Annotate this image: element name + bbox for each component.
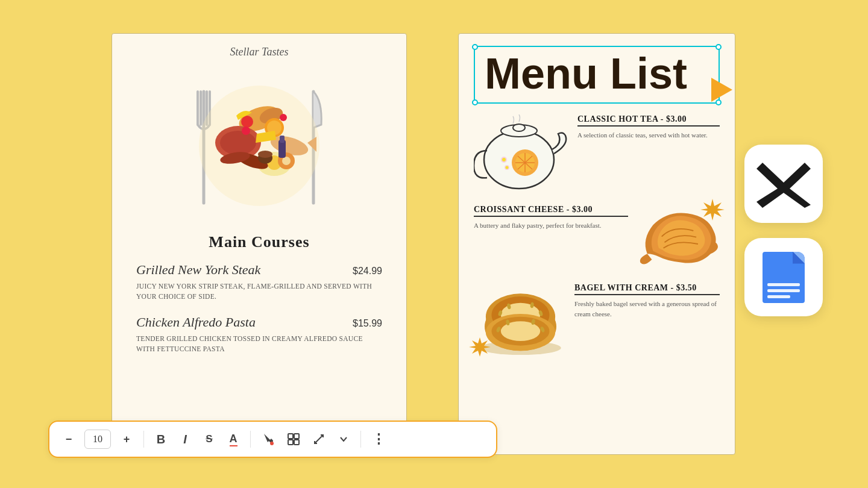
bagel-starburst-icon	[469, 336, 491, 358]
capcut-app-icon[interactable]	[744, 145, 823, 223]
pasta-desc: Tender grilled chicken tossed in creamy …	[136, 334, 382, 355]
croissant-image	[635, 205, 720, 274]
menu-list-title: Menu List	[485, 52, 709, 95]
svg-rect-69	[294, 440, 299, 445]
svg-point-25	[282, 157, 291, 165]
svg-point-26	[242, 127, 250, 135]
fill-color-button[interactable]	[259, 431, 277, 448]
pasta-price: $15.99	[353, 318, 382, 329]
croissant-details: CROISSANT CHEESE - $3.00 A buttery and f…	[474, 205, 628, 231]
resize-button[interactable]	[310, 431, 328, 448]
font-size-display[interactable]: 10	[84, 430, 111, 449]
svg-marker-45	[700, 199, 725, 221]
resize-handle-tl[interactable]	[472, 44, 478, 50]
docs-logo	[763, 252, 805, 303]
capcut-logo-svg	[756, 160, 811, 208]
strikethrough-icon: S	[206, 433, 212, 445]
svg-rect-67	[294, 434, 299, 439]
svg-rect-30	[280, 136, 285, 143]
docs-lines	[767, 283, 800, 298]
resize-handle-tr[interactable]	[715, 44, 722, 50]
chevron-down-icon	[339, 434, 348, 444]
bagel-image	[474, 283, 567, 358]
svg-point-16	[241, 116, 253, 128]
steak-price: $24.99	[353, 266, 382, 277]
steak-name: Grilled New York Steak	[136, 262, 260, 278]
text-color-label: A	[230, 433, 237, 446]
resize-handle-bl[interactable]	[472, 99, 478, 105]
table-grid-button[interactable]	[285, 431, 303, 448]
font-size-increase-button[interactable]: +	[118, 431, 135, 448]
svg-point-44	[506, 166, 509, 169]
right-menu-card: Menu List	[458, 33, 735, 455]
more-options-button[interactable]: ⋮	[370, 431, 388, 448]
text-color-button[interactable]: A	[225, 431, 242, 448]
strikethrough-button[interactable]: S	[201, 431, 218, 448]
docs-app-icon[interactable]	[744, 238, 823, 316]
svg-marker-46	[469, 337, 491, 357]
docs-line-2	[767, 289, 800, 292]
yellow-arrow-icon	[708, 78, 735, 105]
menu-item-pasta-header: Chicken Alfredo Pasta $15.99	[136, 314, 382, 330]
text-toolbar: − 10 + B I S A ⋮	[48, 421, 497, 458]
resize-icon	[312, 433, 326, 446]
menu-item-steak-header: Grilled New York Steak $24.99	[136, 262, 382, 278]
pasta-name: Chicken Alfredo Pasta	[136, 314, 256, 330]
dropdown-button[interactable]	[335, 431, 352, 448]
font-size-decrease-button[interactable]: −	[60, 431, 77, 448]
svg-point-34	[513, 124, 525, 131]
menu-title-container: Menu List	[474, 46, 720, 104]
italic-button[interactable]: I	[177, 431, 193, 448]
left-menu-card: Stellar Tastes	[112, 33, 407, 443]
restaurant-name: Stellar Tastes	[136, 46, 382, 58]
fill-bucket-icon	[262, 433, 275, 446]
svg-point-42	[502, 158, 506, 161]
toolbar-divider-1	[143, 431, 144, 448]
croissant-desc: A buttery and flaky pastry, perfect for …	[474, 221, 628, 231]
tea-desc: A selection of classic teas, served with…	[577, 130, 720, 140]
svg-point-11	[220, 131, 256, 155]
plate-svg	[181, 64, 338, 221]
teapot-image	[474, 114, 570, 195]
menu-item-steak: Grilled New York Steak $24.99 Juicy New …	[136, 262, 382, 302]
toolbar-divider-2	[250, 431, 251, 448]
svg-marker-31	[711, 78, 732, 102]
svg-point-27	[280, 114, 287, 121]
steak-desc: Juicy New York strip steak, flame-grille…	[136, 281, 382, 302]
bagel-desc: Freshly baked bagel served with a genero…	[574, 299, 720, 319]
svg-point-65	[270, 442, 274, 445]
menu-item-pasta: Chicken Alfredo Pasta $15.99 Tender gril…	[136, 314, 382, 355]
bagel-details: BAGEL WITH CREAM - $3.50 Freshly baked b…	[574, 283, 720, 319]
menu-section-croissant: CROISSANT CHEESE - $3.00 A buttery and f…	[474, 205, 720, 274]
svg-rect-68	[288, 440, 293, 445]
teapot-svg	[474, 114, 570, 193]
tea-name: CLASSIC HOT TEA - $3.00	[577, 114, 720, 127]
docs-line-3	[767, 295, 790, 298]
starburst-icon	[700, 198, 725, 222]
food-illustration	[181, 64, 338, 221]
grid-icon	[287, 433, 300, 446]
svg-rect-66	[288, 434, 293, 439]
toolbar-divider-3	[360, 431, 361, 448]
bold-button[interactable]: B	[153, 431, 169, 448]
svg-point-23	[258, 151, 272, 158]
croissant-name: CROISSANT CHEESE - $3.00	[474, 205, 628, 217]
menu-section-tea: CLASSIC HOT TEA - $3.00 A selection of c…	[474, 114, 720, 195]
section-title: Main Courses	[136, 233, 382, 251]
bagel-name: BAGEL WITH CREAM - $3.50	[574, 283, 720, 295]
docs-line-1	[767, 283, 800, 286]
tea-details: CLASSIC HOT TEA - $3.00 A selection of c…	[577, 114, 720, 140]
menu-section-bagel: BAGEL WITH CREAM - $3.50 Freshly baked b…	[474, 283, 720, 358]
